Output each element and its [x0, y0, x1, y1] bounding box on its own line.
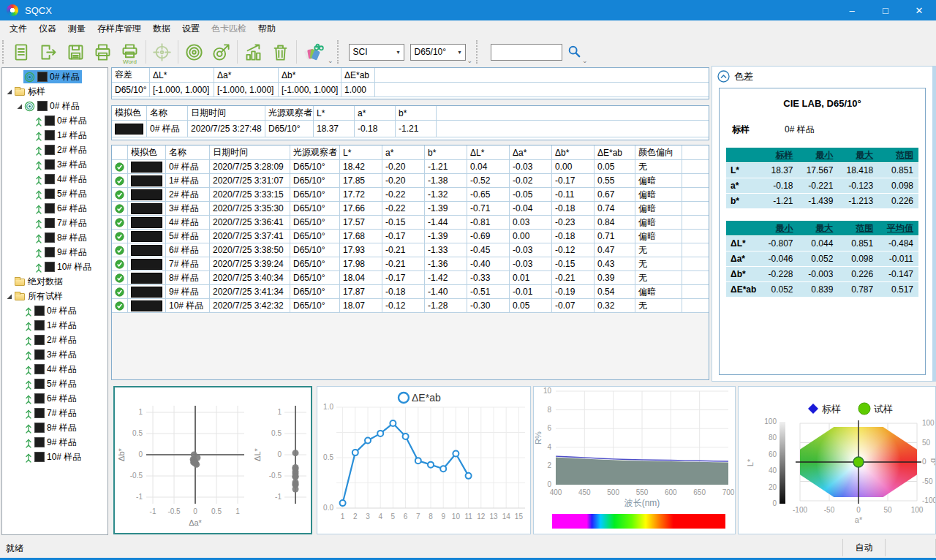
color-card-search-icon[interactable] [299, 38, 326, 66]
collapse-panel-button[interactable] [717, 70, 730, 83]
table-row[interactable]: 模拟色名称日期时间光源观察者L*a*b*ΔL*Δa*Δb*ΔE*ab颜色偏向 [112, 145, 709, 160]
mode-select[interactable]: SCI▾ [349, 44, 404, 61]
sample-bias: 无 [635, 257, 682, 270]
table-row[interactable]: 模拟色名称日期时间光源观察者L*a*b* [112, 106, 709, 121]
svg-text:2: 2 [547, 461, 551, 469]
tree-item[interactable]: 4# 样品 [2, 172, 107, 186]
table-row[interactable]: 6# 样品2020/7/25 3:38:50D65/10°17.93-0.21-… [112, 243, 709, 257]
save-icon[interactable] [62, 38, 89, 66]
expander-icon[interactable] [15, 103, 23, 110]
dab-dl-scatter-chart: -1-1-0.5-0.5000.50.511Δa*Δb*-1-0.500.51Δ… [113, 386, 312, 534]
svg-text:-0.5: -0.5 [167, 507, 181, 515]
tree-item[interactable]: 0# 样品 [2, 99, 107, 113]
sample-da: 0.01 [510, 271, 552, 284]
table-row[interactable]: 8# 样品2020/7/25 3:40:34D65/10°18.04-0.17-… [112, 271, 709, 285]
measure-standard-icon[interactable] [181, 38, 208, 66]
panel-title: 色差 [734, 70, 753, 83]
check-icon [115, 162, 124, 173]
menu-item-7[interactable]: 色卡匹检 [205, 20, 252, 37]
maximize-button[interactable]: □ [869, 0, 902, 20]
tree-item[interactable]: 10# 样品 [2, 260, 107, 274]
search-icon[interactable] [567, 45, 581, 60]
sample-datetime: 2020/7/25 3:35:30 [210, 202, 290, 215]
tree-item[interactable]: 0# 样品 [2, 113, 107, 128]
delete-icon[interactable] [267, 38, 294, 66]
svg-text:12: 12 [477, 512, 486, 521]
close-button[interactable]: ✕ [902, 0, 936, 20]
tree-item[interactable]: 8# 样品 [2, 230, 107, 245]
tree-item[interactable]: 4# 样品 [2, 362, 107, 377]
expander-icon[interactable] [4, 293, 13, 300]
column-header: L* [314, 106, 355, 120]
table-row[interactable]: 10# 样品2020/7/25 3:42:32D65/10°18.07-0.12… [112, 299, 709, 313]
table-row[interactable]: 0# 样品2020/7/25 3:28:09D65/10°18.42-0.20-… [112, 160, 709, 174]
toolbar-overflow-icon[interactable]: ⌄ [467, 57, 473, 64]
toolbar-overflow-icon[interactable]: ⌄ [582, 57, 588, 64]
menu-item-4[interactable]: 存样库管理 [91, 20, 147, 37]
tree-item[interactable]: 6# 样品 [2, 201, 107, 216]
svg-text:13: 13 [489, 512, 498, 521]
expander-icon[interactable] [4, 88, 13, 95]
menu-item-5[interactable]: 数据 [147, 20, 176, 37]
tree-item[interactable]: 0# 样品 [2, 69, 107, 84]
tree-item[interactable]: 绝对数据 [2, 274, 107, 289]
sample-bias: 偏暗 [635, 188, 682, 201]
tree-item[interactable]: 1# 样品 [2, 128, 107, 143]
tree-item[interactable]: 0# 样品 [2, 303, 107, 318]
tolerance-value: D65/10° [112, 83, 150, 97]
svg-text:0: 0 [138, 450, 143, 458]
tree-item[interactable]: 标样 [2, 84, 107, 99]
table-row[interactable]: 3# 样品2020/7/25 3:35:30D65/10°17.66-0.22-… [112, 202, 709, 216]
svg-text:15: 15 [515, 512, 524, 521]
tree-item[interactable]: 8# 样品 [2, 420, 107, 435]
table-row[interactable]: 2# 样品2020/7/25 3:33:15D65/10°17.72-0.22-… [112, 188, 709, 202]
print-word-icon[interactable]: Word [116, 38, 143, 66]
print-icon[interactable] [89, 38, 116, 66]
column-header: 颜色偏向 [635, 145, 682, 159]
minimize-button[interactable]: – [835, 0, 869, 20]
tree-item[interactable]: 所有试样 [2, 289, 107, 303]
auto-mode-button[interactable]: 自动 [842, 539, 885, 556]
menu-item-6[interactable]: 设置 [176, 20, 205, 37]
sample-observer: D65/10° [290, 188, 340, 201]
export-icon[interactable] [35, 38, 62, 66]
tree-item[interactable]: 2# 样品 [2, 143, 107, 157]
table-row[interactable]: 容差ΔL*Δa*Δb*ΔE*ab [112, 68, 709, 83]
menu-item-8[interactable]: 帮助 [252, 20, 282, 37]
tree-item[interactable]: 1# 样品 [2, 318, 107, 333]
tree-item[interactable]: 2# 样品 [2, 333, 107, 347]
tree-item[interactable]: 7# 样品 [2, 216, 107, 230]
tree-item[interactable]: 5# 样品 [2, 186, 107, 201]
menu-item-3[interactable]: 测量 [62, 20, 91, 37]
table-row[interactable]: 5# 样品2020/7/25 3:37:41D65/10°17.68-0.17-… [112, 230, 709, 243]
table-row[interactable]: 1# 样品2020/7/25 3:31:07D65/10°17.85-0.20-… [112, 174, 709, 188]
table-row[interactable]: 7# 样品2020/7/25 3:39:24D65/10°17.98-0.21-… [112, 257, 709, 271]
illuminant-select[interactable]: D65/10°▾ [410, 44, 466, 61]
tree-item[interactable]: 10# 样品 [2, 450, 107, 464]
table-row[interactable]: 0# 样品2020/7/25 3:27:48D65/10°18.37-0.18-… [112, 121, 709, 137]
tree-item[interactable]: 7# 样品 [2, 406, 107, 420]
table-row[interactable]: D65/10°[-1.000, 1.000][-1.000, 1.000][-1… [112, 83, 709, 97]
tree-item[interactable]: 5# 样品 [2, 377, 107, 391]
stats-value: 17.567 [799, 165, 839, 175]
check-icon [115, 245, 124, 256]
new-document-icon[interactable] [8, 38, 35, 66]
tree-item[interactable]: 9# 样品 [2, 435, 107, 450]
measure-sample-icon[interactable] [208, 38, 235, 66]
tree-item[interactable]: 9# 样品 [2, 245, 107, 260]
toolbar-overflow-icon[interactable]: ⌄ [328, 57, 333, 64]
table-cell [375, 68, 709, 82]
sample-dL: 0.04 [467, 160, 510, 173]
tree-item[interactable]: 3# 样品 [2, 347, 107, 362]
chart-icon[interactable] [240, 38, 267, 66]
sample-L: 18.42 [340, 160, 382, 173]
calibrate-icon[interactable] [148, 38, 176, 66]
menu-item-2[interactable]: 仪器 [33, 20, 62, 37]
tree-item[interactable]: 3# 样品 [2, 157, 107, 172]
menu-item-1[interactable]: 文件 [4, 20, 33, 37]
tree-item[interactable]: 6# 样品 [2, 391, 107, 406]
svg-text:-1: -1 [275, 493, 282, 501]
search-input[interactable] [491, 44, 562, 61]
table-row[interactable]: 9# 样品2020/7/25 3:41:34D65/10°17.87-0.18-… [112, 285, 709, 299]
table-row[interactable]: 4# 样品2020/7/25 3:36:41D65/10°17.57-0.15-… [112, 216, 709, 230]
